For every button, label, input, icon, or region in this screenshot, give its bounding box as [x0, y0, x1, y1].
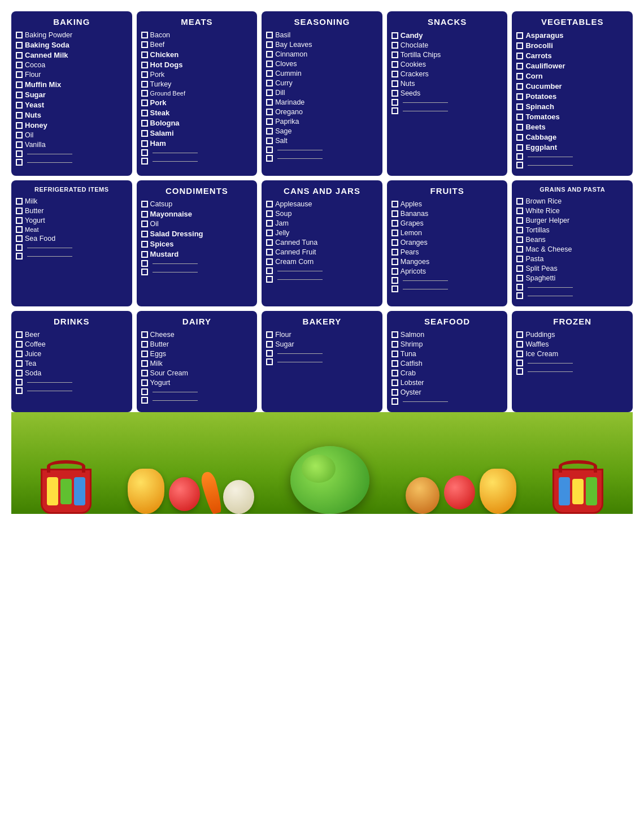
list-item[interactable]: Flour: [266, 331, 378, 339]
checkbox-icon[interactable]: [391, 268, 398, 275]
checkbox-icon[interactable]: [516, 292, 523, 299]
list-item[interactable]: [141, 269, 253, 275]
checkbox-icon[interactable]: [141, 351, 148, 357]
checkbox-icon[interactable]: [391, 370, 398, 377]
checkbox-icon[interactable]: [141, 269, 148, 275]
list-item[interactable]: Chicken: [141, 50, 253, 59]
checkbox-icon[interactable]: [266, 341, 273, 348]
list-item[interactable]: Split Peas: [516, 265, 628, 272]
list-item[interactable]: Cheese: [141, 331, 253, 339]
list-item[interactable]: [516, 284, 628, 291]
checkbox-icon[interactable]: [16, 150, 23, 157]
checkbox-icon[interactable]: [516, 93, 523, 100]
list-item[interactable]: Bacon: [141, 31, 253, 39]
checkbox-icon[interactable]: [141, 360, 148, 367]
checkbox-icon[interactable]: [141, 81, 148, 88]
list-item[interactable]: Salami: [141, 129, 253, 137]
list-item[interactable]: Grapes: [391, 219, 503, 227]
list-item[interactable]: [141, 388, 253, 395]
checkbox-icon[interactable]: [16, 331, 23, 338]
list-item[interactable]: [16, 159, 128, 166]
list-item[interactable]: Canned Tuna: [266, 239, 378, 246]
list-item[interactable]: Catfish: [391, 360, 503, 367]
checkbox-icon[interactable]: [516, 217, 523, 224]
checkbox-icon[interactable]: [391, 80, 398, 87]
list-item[interactable]: Bananas: [391, 210, 503, 218]
list-item[interactable]: Spinach: [516, 102, 628, 111]
checkbox-icon[interactable]: [266, 249, 273, 256]
list-item[interactable]: [141, 397, 253, 404]
list-item[interactable]: [516, 360, 628, 366]
checkbox-icon[interactable]: [516, 134, 523, 141]
list-item[interactable]: [141, 260, 253, 267]
checkbox-icon[interactable]: [16, 244, 23, 251]
list-item[interactable]: Sage: [266, 127, 378, 135]
checkbox-icon[interactable]: [141, 331, 148, 338]
list-item[interactable]: Steak: [141, 109, 253, 117]
checkbox-icon[interactable]: [516, 114, 523, 120]
list-item[interactable]: Milk: [16, 197, 128, 205]
list-item[interactable]: [16, 253, 128, 259]
checkbox-icon[interactable]: [516, 124, 523, 131]
list-item[interactable]: Butter: [16, 207, 128, 215]
checkbox-icon[interactable]: [141, 140, 148, 147]
checkbox-icon[interactable]: [16, 159, 23, 166]
checkbox-icon[interactable]: [516, 236, 523, 243]
checkbox-icon[interactable]: [141, 397, 148, 404]
list-item[interactable]: Curry: [266, 79, 378, 87]
list-item[interactable]: Soda: [16, 369, 128, 377]
checkbox-icon[interactable]: [516, 227, 523, 233]
list-item[interactable]: Seeds: [391, 89, 503, 97]
checkbox-icon[interactable]: [391, 360, 398, 367]
checkbox-icon[interactable]: [516, 63, 523, 70]
checkbox-icon[interactable]: [16, 387, 23, 394]
checkbox-icon[interactable]: [16, 81, 23, 88]
list-item[interactable]: Tea: [16, 360, 128, 367]
list-item[interactable]: [16, 387, 128, 394]
list-item[interactable]: White Rice: [516, 207, 628, 215]
checkbox-icon[interactable]: [391, 201, 398, 207]
list-item[interactable]: Salmon: [391, 331, 503, 339]
list-item[interactable]: Tuna: [391, 350, 503, 358]
checkbox-icon[interactable]: [391, 389, 398, 396]
checkbox-icon[interactable]: [516, 351, 523, 357]
list-item[interactable]: [391, 398, 503, 405]
list-item[interactable]: Sugar: [16, 90, 128, 99]
checkbox-icon[interactable]: [266, 146, 273, 153]
checkbox-icon[interactable]: [391, 351, 398, 357]
list-item[interactable]: Apples: [391, 200, 503, 208]
list-item[interactable]: Potatoes: [516, 92, 628, 101]
checkbox-icon[interactable]: [516, 53, 523, 59]
checkbox-icon[interactable]: [141, 90, 148, 97]
checkbox-icon[interactable]: [266, 276, 273, 283]
checkbox-icon[interactable]: [16, 112, 23, 119]
checkbox-icon[interactable]: [391, 249, 398, 256]
checkbox-icon[interactable]: [266, 51, 273, 58]
checkbox-icon[interactable]: [141, 388, 148, 395]
checkbox-icon[interactable]: [16, 226, 23, 233]
list-item[interactable]: [266, 350, 378, 357]
list-item[interactable]: Cabbage: [516, 133, 628, 141]
list-item[interactable]: Coffee: [16, 340, 128, 348]
list-item[interactable]: Yeast: [16, 101, 128, 109]
checkbox-icon[interactable]: [266, 70, 273, 77]
list-item[interactable]: Pork: [141, 98, 253, 107]
list-item[interactable]: Bologna: [141, 119, 253, 127]
list-item[interactable]: Oil: [141, 220, 253, 228]
checkbox-icon[interactable]: [16, 122, 23, 129]
checkbox-icon[interactable]: [391, 71, 398, 77]
checkbox-icon[interactable]: [16, 102, 23, 109]
list-item[interactable]: Cloves: [266, 60, 378, 68]
list-item[interactable]: Meat: [16, 226, 128, 233]
checkbox-icon[interactable]: [391, 32, 398, 39]
list-item[interactable]: Carrots: [516, 51, 628, 60]
checkbox-icon[interactable]: [16, 71, 23, 78]
list-item[interactable]: Baking Soda: [16, 41, 128, 49]
checkbox-icon[interactable]: [516, 207, 523, 214]
checkbox-icon[interactable]: [141, 99, 148, 106]
checkbox-icon[interactable]: [266, 220, 273, 227]
checkbox-icon[interactable]: [141, 231, 148, 237]
checkbox-icon[interactable]: [516, 246, 523, 253]
checkbox-icon[interactable]: [266, 210, 273, 217]
checkbox-icon[interactable]: [16, 370, 23, 377]
